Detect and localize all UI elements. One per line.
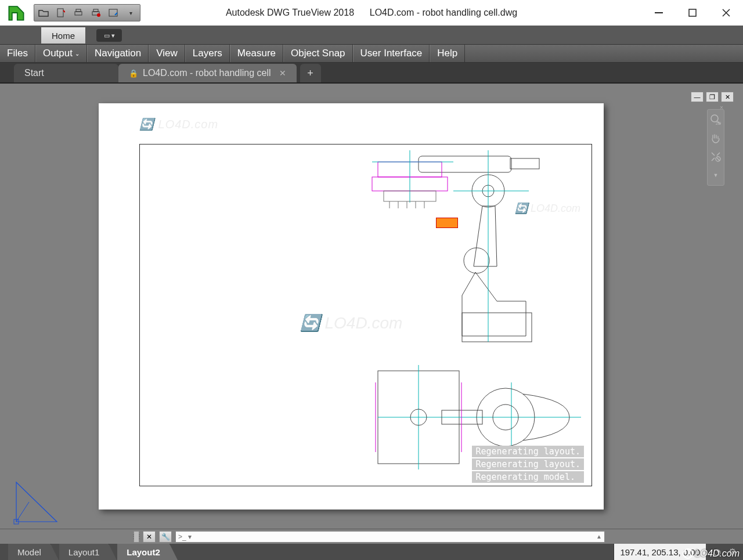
menu-user-interface[interactable]: User Interface	[353, 45, 430, 62]
watermark: 🔄 LO4D.com	[139, 117, 218, 131]
output-line: Regenerating model.	[472, 471, 584, 483]
output-line: Regenerating layout.	[472, 458, 584, 470]
menu-object-snap[interactable]: Object Snap	[283, 45, 353, 62]
menu-layers[interactable]: Layers	[185, 45, 230, 62]
command-line-row: ⋮⋮ ✕ 🔧 >_ ▾ ▲	[0, 529, 743, 544]
lock-icon: 🔒	[129, 69, 138, 78]
pan-icon[interactable]	[709, 132, 722, 144]
command-expand-icon[interactable]: ▲	[596, 533, 602, 540]
qat-dropdown-icon[interactable]: ▾	[125, 7, 136, 19]
chevron-down-icon: ⌄	[75, 50, 80, 57]
layout-tab-layout2[interactable]: Layout2	[117, 544, 170, 560]
svg-point-5	[97, 13, 100, 17]
app-name: Autodesk DWG TrueView 2018	[226, 8, 354, 17]
svg-rect-13	[510, 158, 539, 169]
svg-rect-4	[93, 9, 98, 12]
print-icon[interactable]	[73, 7, 84, 19]
menu-help[interactable]: Help	[430, 45, 465, 62]
titlebar: ▾ Autodesk DWG TrueView 2018 LO4D.com - …	[0, 0, 743, 26]
menu-output-label: Output	[43, 48, 73, 59]
minimize-button[interactable]	[642, 0, 676, 26]
menu-output[interactable]: Output⌄	[35, 45, 87, 62]
svg-rect-1	[75, 12, 82, 15]
menubar: Files Output⌄ Navigation View Layers Mea…	[0, 44, 743, 63]
svg-rect-7	[655, 12, 663, 13]
command-input[interactable]: >_ ▾ ▲	[175, 531, 605, 543]
child-restore-button[interactable]: ❐	[706, 92, 719, 102]
command-close-button[interactable]: ✕	[143, 531, 156, 543]
drawing-frame	[139, 144, 592, 486]
ribbon-tab-row: Home ▭▾	[0, 26, 743, 44]
navigation-bar: 2D ▼	[707, 109, 724, 186]
command-drag-handle[interactable]: ⋮⋮	[134, 531, 139, 543]
output-line: Regenerating layout.	[472, 446, 584, 457]
badge-ring-icon	[683, 548, 693, 559]
window-controls	[642, 0, 743, 26]
layout-tab-model[interactable]: Model	[8, 544, 51, 560]
command-prompt-icon: >_ ▾	[178, 533, 192, 541]
paper-space[interactable]: 🔄 LO4D.com 🔄 LO4D.com 🔄 LO4D.com	[99, 103, 604, 510]
plot-icon[interactable]	[90, 7, 102, 19]
child-window-controls: — ❐ ✕	[691, 92, 735, 104]
child-minimize-button[interactable]: —	[691, 92, 704, 102]
robot-drawing	[268, 150, 581, 475]
document-name: LO4D.com - robot handling cell.dwg	[370, 8, 517, 17]
svg-rect-17	[462, 313, 532, 342]
svg-rect-6	[109, 9, 117, 16]
layout-tab-layout1[interactable]: Layout1	[59, 544, 109, 560]
close-icon[interactable]: ✕	[279, 68, 286, 78]
zoom-extents-icon[interactable]	[709, 150, 722, 163]
tab-new[interactable]: +	[300, 64, 321, 82]
status-bar: Model Layout1 Layout2 197.41, 205.13, 0.…	[0, 544, 743, 560]
ribbon-tab-home[interactable]: Home	[41, 27, 86, 44]
menu-measure[interactable]: Measure	[230, 45, 283, 62]
document-viewport[interactable]: — ❐ ✕ × 2D ▼ 🔄 LO4D.com 🔄 LO4D.com 🔄 LO4…	[8, 92, 735, 529]
quick-access-toolbar: ▾	[34, 4, 140, 21]
badge-text: LO4D.com	[695, 548, 740, 559]
svg-rect-2	[76, 9, 81, 12]
close-button[interactable]	[709, 0, 743, 26]
menu-files[interactable]: Files	[0, 45, 35, 62]
wrench-icon: 🔧	[161, 533, 170, 541]
menu-view[interactable]: View	[149, 45, 185, 62]
maximize-button[interactable]	[676, 0, 709, 26]
svg-text:2D: 2D	[716, 121, 721, 125]
status-spacer	[170, 544, 614, 560]
publish-icon[interactable]	[107, 7, 119, 19]
child-close-button[interactable]: ✕	[721, 92, 734, 102]
svg-point-16	[464, 248, 489, 273]
svg-rect-8	[689, 9, 696, 16]
command-settings-button[interactable]: 🔧	[159, 531, 172, 543]
tab-active-label: LO4D.com - robot handling cell	[143, 68, 271, 78]
open-icon[interactable]	[38, 7, 49, 19]
app-logo[interactable]	[0, 0, 33, 26]
sheet-set-icon[interactable]	[55, 7, 67, 19]
file-tabs: Start 🔒 LO4D.com - robot handling cell ✕…	[0, 63, 743, 84]
svg-rect-12	[419, 156, 511, 172]
workarea: — ❐ ✕ × 2D ▼ 🔄 LO4D.com 🔄 LO4D.com 🔄 LO4…	[0, 84, 743, 529]
zoom-2d-icon[interactable]: 2D	[709, 113, 722, 126]
command-output: Regenerating layout. Regenerating layout…	[472, 446, 584, 483]
tab-start[interactable]: Start	[14, 64, 118, 82]
watermark-badge: LO4D.com	[683, 548, 740, 559]
svg-rect-0	[57, 9, 63, 17]
panel-toggle-icon: ▭	[104, 32, 110, 39]
ucs-icon[interactable]	[12, 472, 65, 525]
annotation-marker	[436, 218, 458, 228]
ribbon-panel-toggle[interactable]: ▭▾	[96, 29, 122, 42]
tab-active-document[interactable]: 🔒 LO4D.com - robot handling cell ✕	[118, 64, 297, 82]
chevron-down-icon: ▾	[111, 32, 115, 39]
navbar-dropdown-icon[interactable]: ▼	[709, 169, 722, 182]
menu-navigation[interactable]: Navigation	[87, 45, 149, 62]
